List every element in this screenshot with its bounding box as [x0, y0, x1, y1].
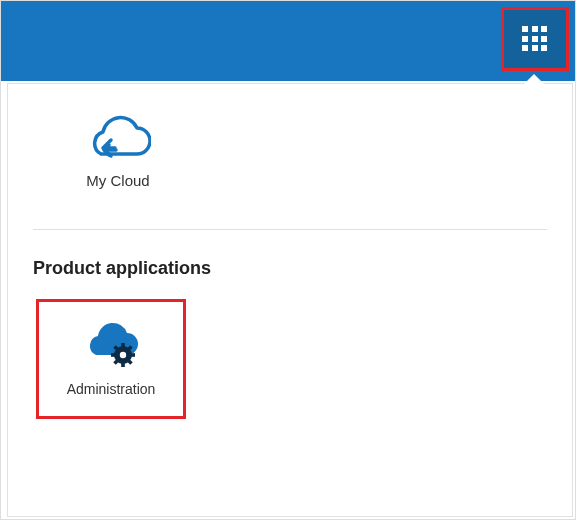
section-title-product-applications: Product applications — [8, 230, 572, 289]
cloud-gear-icon — [83, 321, 139, 369]
svg-rect-2 — [121, 343, 125, 347]
apps-launcher-button[interactable] — [501, 7, 569, 71]
top-bar — [1, 1, 575, 81]
dropdown-caret — [524, 74, 544, 84]
svg-point-1 — [120, 352, 126, 358]
apps-grid-icon — [522, 26, 548, 52]
shortcut-label: My Cloud — [86, 172, 149, 189]
shortcut-section: My Cloud — [8, 84, 572, 229]
cloud-back-icon — [85, 114, 151, 162]
svg-rect-5 — [131, 353, 135, 357]
shortcut-my-cloud[interactable]: My Cloud — [48, 114, 188, 189]
apps-dropdown-panel: My Cloud Product applications — [7, 83, 573, 517]
app-label: Administration — [67, 381, 156, 397]
svg-rect-4 — [111, 353, 115, 357]
svg-rect-3 — [121, 363, 125, 367]
app-tile-administration[interactable]: Administration — [36, 299, 186, 419]
